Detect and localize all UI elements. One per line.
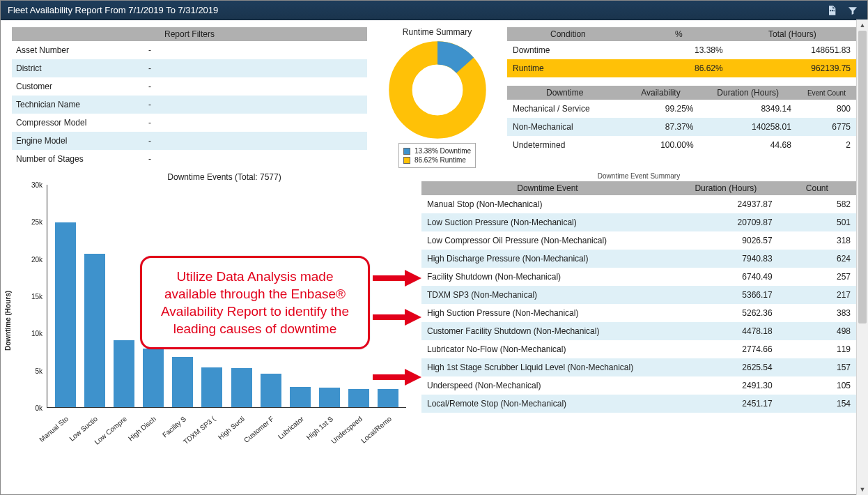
cell-count: 501 [778, 213, 856, 231]
table-row: Customer Facility Shutdown (Non-Mechanic… [421, 322, 856, 340]
table-row: Downtime13.38%148651.83 [507, 41, 856, 59]
table-row: Manual Stop (Non-Mechanical)24937.87582 [421, 195, 856, 213]
cell-count: 157 [778, 358, 856, 376]
cell-count: 2 [797, 136, 856, 154]
cell-count: 105 [778, 376, 856, 395]
table-row: TDXM SP3 (Non-Mechanical)5366.17217 [421, 286, 856, 304]
cell-condition: Downtime [507, 41, 629, 59]
dcat-th-3: Event Count [797, 86, 856, 100]
filter-value: - [144, 82, 367, 91]
filter-row: Asset Number- [12, 41, 367, 59]
cell-count: 582 [778, 195, 856, 213]
table-row: High 1st Stage Scrubber Liquid Level (No… [421, 358, 856, 376]
y-tick-label: 20k [31, 255, 42, 263]
top-row: Report Filters Asset Number-District-Cus… [12, 27, 856, 168]
cell-duration: 24937.87 [674, 195, 778, 213]
cell-duration: 2774.66 [674, 340, 778, 358]
dcat-th-1: Availability [622, 86, 699, 100]
right-top-tables: Condition % Total (Hours) Downtime13.38%… [507, 27, 856, 168]
swatch-runtime [403, 157, 410, 164]
runtime-summary-title: Runtime Summary [403, 27, 472, 37]
cell-availability: 100.00% [622, 136, 699, 154]
filter-value: - [144, 100, 367, 109]
cell-duration: 2625.54 [674, 358, 778, 376]
filter-label: Asset Number [12, 45, 144, 55]
chart-bar [55, 222, 76, 407]
y-axis-label: Downtime (Hours) [4, 291, 12, 351]
filter-button[interactable] [845, 3, 860, 18]
chart-title: Downtime Events (Total: 7577) [12, 172, 409, 182]
legend-downtime: 13.38% Downtime [403, 146, 471, 155]
filter-value: - [144, 136, 367, 146]
bar-slot [53, 185, 77, 407]
report-title: Fleet Availability Report From 7/1/2019 … [8, 5, 218, 15]
ev-th-0: Downtime Event [421, 181, 674, 195]
cell-duration: 6740.49 [674, 268, 778, 286]
export-pdf-button[interactable] [824, 3, 839, 18]
filter-row: Customer- [12, 77, 367, 96]
condition-th-1: % [629, 27, 729, 41]
cell-hours: 148651.83 [729, 41, 856, 59]
cell-condition: Runtime [507, 59, 629, 77]
cell-count: 154 [778, 395, 856, 413]
chart-bar [378, 389, 398, 407]
runtime-donut-chart [389, 41, 486, 139]
filter-label: Technician Name [12, 100, 144, 109]
app-window: Fleet Availability Report From 7/1/2019 … [0, 0, 868, 495]
x-tick-label: Local/Remo [376, 411, 401, 457]
cell-event: High 1st Stage Scrubber Liquid Level (No… [421, 358, 674, 376]
cell-duration: 5366.17 [674, 286, 778, 304]
cell-event: High Discharge Pressure (Non-Mechanical) [421, 250, 674, 268]
event-summary-title: Downtime Event Summary [421, 172, 856, 180]
runtime-legend: 13.38% Downtime 86.62% Runtime [398, 143, 476, 168]
filter-label: Customer [12, 82, 144, 91]
annotation-arrow-2 [373, 309, 421, 326]
table-row: Low Suction Pressure (Non-Mechanical)207… [421, 213, 856, 231]
filter-label: District [12, 63, 144, 73]
cell-event: TDXM SP3 (Non-Mechanical) [421, 286, 674, 304]
chart-bar [84, 254, 105, 407]
table-row: High Suction Pressure (Non-Mechanical)52… [421, 304, 856, 322]
cell-duration: 7940.83 [674, 250, 778, 268]
filter-value: - [144, 45, 367, 55]
y-tick-label: 0k [35, 404, 42, 412]
cell-count: 318 [778, 231, 856, 250]
cell-duration: 8349.14 [699, 100, 797, 118]
cell-count: 383 [778, 304, 856, 322]
runtime-summary-panel: Runtime Summary 13.38% Downtime [380, 27, 495, 168]
cell-duration: 4478.18 [674, 322, 778, 340]
filter-panel-title: Report Filters [12, 27, 367, 41]
annotation-arrow-3 [373, 369, 421, 386]
y-tick-label: 5k [35, 367, 42, 374]
chart-bar [172, 357, 193, 407]
table-row: Underspeed (Non-Mechanical)2491.30105 [421, 376, 856, 395]
cell-event: High Suction Pressure (Non-Mechanical) [421, 304, 674, 322]
chart-bar [319, 388, 340, 407]
cell-event: Low Suction Pressure (Non-Mechanical) [421, 213, 674, 231]
cell-count: 217 [778, 286, 856, 304]
annotation-arrow-1 [373, 270, 421, 287]
swatch-downtime [403, 148, 410, 155]
cell-availability: 99.25% [622, 100, 699, 118]
chart-bar [201, 367, 222, 407]
filter-panel: Report Filters Asset Number-District-Cus… [12, 27, 367, 168]
filter-icon [847, 5, 858, 16]
cell-event: Low Compressor Oil Pressure (Non-Mechani… [421, 231, 674, 250]
cell-event: Facility Shutdown (Non-Mechanical) [421, 268, 674, 286]
y-tick-label: 25k [31, 218, 42, 226]
table-row: High Discharge Pressure (Non-Mechanical)… [421, 250, 856, 268]
bar-slot [111, 185, 136, 407]
y-tick-label: 10k [31, 330, 42, 337]
y-tick-label: 30k [31, 181, 42, 189]
cell-downtime: Non-Mechanical [507, 118, 622, 136]
cell-count: 119 [778, 340, 856, 358]
cell-duration: 5262.36 [674, 304, 778, 322]
table-row: Facility Shutdown (Non-Mechanical)6740.4… [421, 268, 856, 286]
cell-event: Manual Stop (Non-Mechanical) [421, 195, 674, 213]
cell-event: Underspeed (Non-Mechanical) [421, 376, 674, 395]
annotation-callout: Utilize Data Analysis made available thr… [140, 256, 370, 349]
chart-bar [348, 389, 369, 407]
chart-bar [231, 368, 252, 407]
legend-runtime-label: 86.62% Runtime [414, 155, 466, 165]
cell-percent: 86.62% [629, 59, 729, 77]
